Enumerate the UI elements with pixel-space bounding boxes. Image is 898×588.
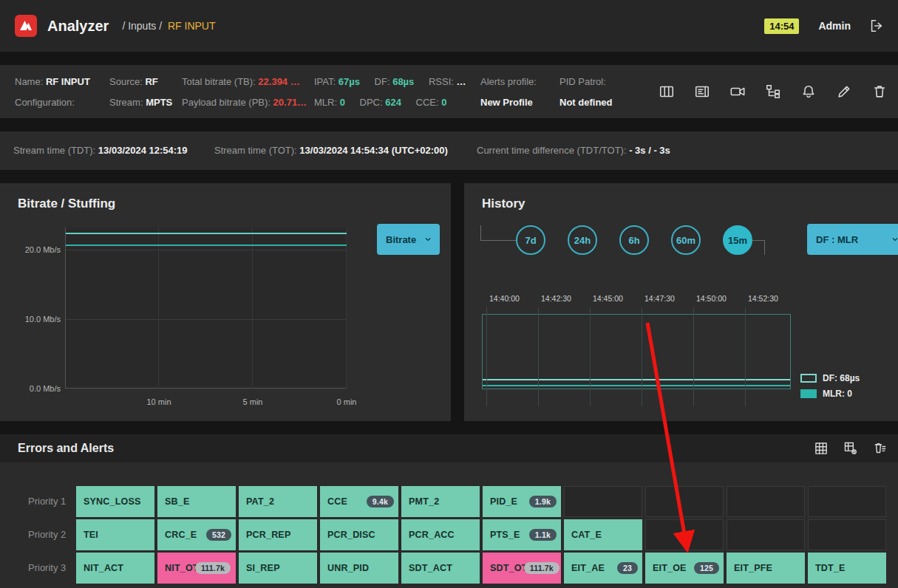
error-cell-TDT_E[interactable]: TDT_E	[808, 553, 886, 584]
top-bar: Analyzer / Inputs / RF INPUT 14:54 Admin	[0, 0, 898, 52]
error-cell-label: EIT_AE	[571, 563, 605, 573]
breadcrumb-path[interactable]: / Inputs /	[122, 20, 162, 32]
history-dropdown-label: DF : MLR	[816, 234, 858, 245]
grid-view-icon[interactable]	[814, 441, 829, 456]
range-pill-24h[interactable]: 24h	[568, 225, 597, 255]
bitrate-chart-plot	[65, 228, 346, 389]
error-cell-empty	[645, 486, 724, 517]
error-cell-label: TEI	[84, 530, 98, 540]
error-cell-SYNC_LOSS[interactable]: SYNC_LOSS	[76, 486, 154, 517]
error-cell-CAT_E[interactable]: CAT_E	[564, 519, 642, 550]
table-settings-icon[interactable]	[843, 441, 858, 456]
pid-patrol-value[interactable]: Not defined	[559, 97, 613, 108]
legend-item-df: DF: 68µs	[800, 372, 860, 384]
range-pill-15m[interactable]: 15m	[723, 225, 752, 255]
pid-patrol-label: PID Patrol:	[559, 76, 606, 87]
error-cell-label: TDT_E	[815, 563, 846, 573]
history-panel-title: History	[482, 196, 525, 211]
app-logo	[15, 15, 37, 37]
time-difference: Current time difference (TDT/TOT): - 3s …	[477, 131, 670, 170]
tree-icon[interactable]	[765, 83, 781, 100]
error-cell-EIT_AE[interactable]: EIT_AE23	[564, 553, 642, 584]
breadcrumb[interactable]: / Inputs / RF INPUT	[122, 20, 215, 32]
error-cell-EIT_OE[interactable]: EIT_OE125	[645, 553, 724, 584]
priority-label: Priority 3	[28, 553, 66, 584]
app-title: Analyzer	[47, 18, 109, 35]
logout-icon[interactable]	[868, 18, 885, 34]
history-time-label: 14:40:00	[489, 294, 520, 303]
range-pill-7d[interactable]: 7d	[516, 225, 545, 255]
error-cell-PAT_2[interactable]: PAT_2	[239, 486, 317, 517]
error-cell-PCR_ACC[interactable]: PCR_ACC	[401, 519, 480, 550]
error-cell-EIT_PFE[interactable]: EIT_PFE	[727, 553, 805, 584]
history-gridline	[538, 307, 539, 406]
error-count-badge: 1.9k	[529, 496, 557, 507]
bitrate-y-tick-label: 0.0 Mb/s	[0, 384, 61, 393]
bitrate-dropdown-label: Bitrate	[386, 234, 416, 245]
legend-label: DF: 68µs	[823, 373, 860, 383]
dpc-value: 624	[385, 97, 401, 108]
range-bracket-right	[764, 240, 765, 255]
error-cell-SDT_OTH[interactable]: SDT_OTH111.7k	[483, 553, 561, 584]
user-menu[interactable]: Admin	[818, 20, 851, 32]
range-bracket-left	[480, 225, 481, 240]
bitrate-stuffing-panel: Bitrate / Stuffing Bitrate 20.0 Mb/s10.0…	[0, 183, 451, 421]
error-cell-NIT_OTH[interactable]: NIT_OTH111.7k	[157, 553, 236, 584]
errors-header: Errors and Alerts	[0, 434, 898, 462]
error-cell-CRC_E[interactable]: CRC_E532	[157, 519, 236, 550]
error-cell-PCR_DISC[interactable]: PCR_DISC	[320, 519, 398, 550]
error-cell-UNR_PID[interactable]: UNR_PID	[320, 553, 398, 584]
error-cell-SDT_ACT[interactable]: SDT_ACT	[401, 553, 480, 584]
error-cell-label: SYNC_LOSS	[84, 496, 141, 507]
bitrate-panel-title: Bitrate / Stuffing	[18, 196, 115, 211]
cce-label: CCE:	[416, 97, 439, 108]
bitrate-gridline	[252, 228, 253, 389]
error-cell-PID_E[interactable]: PID_E1.9k	[483, 486, 561, 517]
info-col-pid-patrol: PID Patrol: Not defined	[559, 65, 613, 118]
history-range-pills: 7d24h6h60m15m	[516, 225, 752, 255]
priority-label: Priority 1	[28, 486, 66, 517]
mlr-value: 0	[340, 97, 345, 108]
error-cell-empty	[808, 519, 886, 550]
range-pill-60m[interactable]: 60m	[671, 225, 701, 255]
epg-icon[interactable]	[694, 83, 710, 100]
error-cell-PCR_REP[interactable]: PCR_REP	[239, 519, 317, 550]
error-cell-label: CRC_E	[165, 530, 197, 540]
error-cell-empty	[727, 486, 805, 517]
clear-errors-icon[interactable]	[873, 441, 888, 456]
error-cell-label: PID_E	[490, 496, 517, 507]
source-value: RF	[145, 76, 157, 87]
error-cell-PMT_2[interactable]: PMT_2	[401, 486, 480, 517]
history-gridline	[745, 307, 746, 406]
payload-bitrate-label: Payload bitrate (PB):	[182, 97, 271, 108]
error-cell-SB_E[interactable]: SB_E	[157, 486, 236, 517]
history-time-label: 14:52:30	[748, 294, 778, 303]
info-col-source: Source: RF Stream: MPTS	[109, 65, 172, 118]
error-cell-TEI[interactable]: TEI	[76, 519, 154, 550]
error-cell-label: UNR_PID	[327, 563, 369, 573]
edit-icon[interactable]	[836, 83, 852, 100]
errors-and-alerts-section: Errors and Alerts Priority 1SYNC_LOSSSB_…	[0, 434, 898, 588]
bell-icon[interactable]	[800, 83, 817, 100]
history-metric-dropdown[interactable]: DF : MLR	[807, 224, 898, 255]
error-cell-label: PAT_2	[246, 496, 274, 507]
input-info-bar: Name: RF INPUT Configuration: Source: RF…	[0, 65, 898, 118]
error-cell-PTS_E[interactable]: PTS_E1.1k	[483, 519, 561, 550]
delete-icon[interactable]	[871, 83, 888, 100]
range-pill-6h[interactable]: 6h	[619, 225, 649, 255]
df-label: DF:	[375, 76, 390, 87]
rssi-label: RSSI:	[429, 76, 454, 87]
tot-label: Stream time (TOT):	[214, 145, 297, 156]
error-count-badge: 532	[206, 529, 231, 541]
error-count-badge: 111.7k	[195, 562, 231, 574]
error-cell-NIT_ACT[interactable]: NIT_ACT	[76, 553, 154, 584]
error-cell-CCE[interactable]: CCE9.4k	[320, 486, 398, 517]
error-cell-SI_REP[interactable]: SI_REP	[239, 553, 317, 584]
error-count-badge: 23	[617, 562, 638, 574]
alerts-profile-value[interactable]: New Profile	[480, 97, 533, 108]
table-columns-icon[interactable]	[659, 83, 675, 100]
time-diff-value: - 3s / - 3s	[629, 145, 670, 156]
error-cell-label: NIT_ACT	[84, 563, 123, 573]
bitrate-metric-dropdown[interactable]: Bitrate	[377, 224, 440, 255]
video-camera-icon[interactable]	[729, 83, 746, 100]
